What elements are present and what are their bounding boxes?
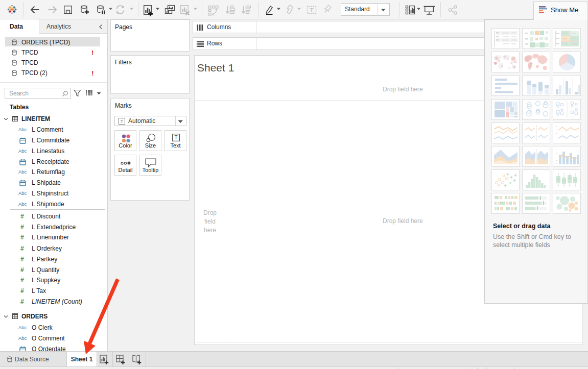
svg-text:T: T [174,135,177,140]
svg-text:T: T [310,7,314,13]
svg-text:T: T [121,119,124,124]
